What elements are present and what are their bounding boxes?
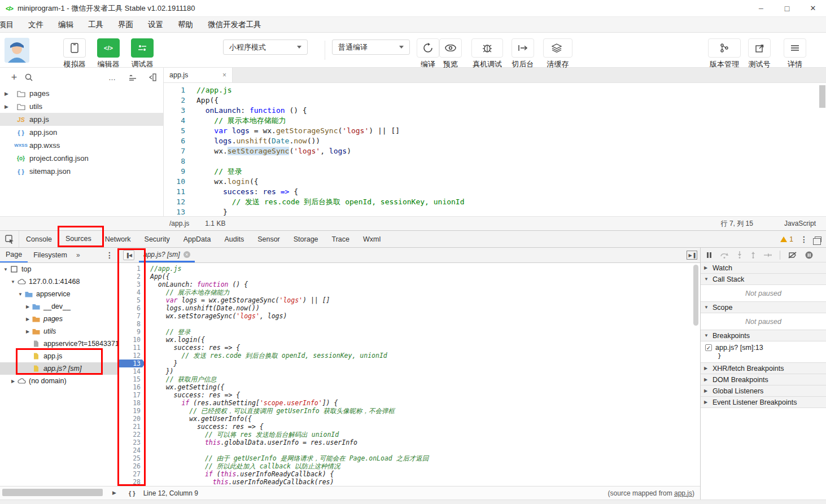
language-mode[interactable]: JavaScript	[784, 220, 816, 227]
line-number[interactable]: 3	[119, 281, 145, 288]
page-tree-item[interactable]: ▶(no domain)	[0, 375, 118, 387]
debugger-toggle[interactable]: 调试器	[131, 38, 154, 69]
more-tabs-icon[interactable]: »	[73, 251, 84, 259]
devtools-tab-console[interactable]: Console	[19, 231, 59, 247]
device-debug-button[interactable]: 真机调试	[471, 38, 503, 69]
step-over-icon[interactable]	[720, 252, 729, 258]
chevron-down-icon[interactable]: ▼	[17, 292, 24, 297]
sort-list-icon[interactable]	[128, 74, 137, 81]
breakpoint-marker[interactable]: 13	[119, 360, 145, 367]
step-into-icon[interactable]	[737, 251, 742, 258]
line-number[interactable]: 25	[119, 454, 145, 462]
section-breakpoints[interactable]: ▼Breakpoints	[701, 330, 826, 341]
navigator-tab-filesystem[interactable]: Filesystem	[28, 248, 73, 262]
line-number[interactable]: 26	[119, 462, 145, 470]
line-number[interactable]: 17	[119, 391, 145, 399]
minimize-button[interactable]	[748, 0, 774, 17]
pretty-print-icon[interactable]	[129, 490, 136, 497]
chevron-right-icon[interactable]: ▶	[24, 304, 31, 309]
compile-mode-select[interactable]: 普通编译	[332, 40, 410, 55]
chevron-right-icon[interactable]: ▶	[24, 317, 31, 322]
page-tree-item[interactable]: ▶pages	[0, 313, 118, 325]
more-actions-icon[interactable]: …	[108, 73, 117, 82]
menu-item-帮助[interactable]: 帮助	[171, 20, 200, 30]
devtools-tab-audits[interactable]: Audits	[217, 231, 251, 247]
navigator-menu-icon[interactable]	[106, 251, 113, 260]
line-number[interactable]: 23	[119, 439, 145, 446]
compile-button[interactable]: 编译	[417, 38, 439, 69]
line-number[interactable]: 15	[119, 375, 145, 383]
editor-code-area[interactable]: 12345678910111213 //app.jsApp({ onLaunch…	[164, 83, 826, 216]
line-number[interactable]: 1	[119, 265, 145, 273]
section-scope[interactable]: ▼Scope	[701, 301, 826, 313]
line-number[interactable]: 11	[119, 344, 145, 352]
switch-background-button[interactable]: 切后台	[512, 38, 534, 69]
test-account-button[interactable]: 测试号	[748, 38, 771, 69]
tree-item-app.js[interactable]: JSapp.js	[0, 113, 163, 126]
line-number[interactable]: 6	[119, 304, 145, 312]
warning-badge[interactable]: 1	[780, 235, 793, 243]
line-number[interactable]: 5	[119, 296, 145, 304]
tree-item-sitemap.json[interactable]: { }sitemap.json	[0, 165, 163, 178]
pause-script-icon[interactable]	[706, 252, 712, 258]
line-number[interactable]: 4	[119, 288, 145, 296]
editor-vertical-scrollbar[interactable]	[819, 85, 825, 108]
page-tree-item[interactable]: app.js	[0, 350, 118, 362]
chevron-right-icon[interactable]: ▶	[10, 379, 16, 384]
source-code-view[interactable]: 1234567891011121314151617181920212223242…	[119, 263, 700, 486]
line-number[interactable]: 10	[119, 336, 145, 344]
simulator-toggle[interactable]: 模拟器	[63, 38, 86, 69]
add-file-icon[interactable]: +	[7, 72, 21, 84]
maximize-button[interactable]	[774, 0, 800, 17]
source-mapped-link[interactable]: app.js	[674, 489, 692, 497]
source-file-tab[interactable]: app.js? [sm]	[139, 248, 195, 262]
navigator-tab-page[interactable]: Page	[0, 248, 28, 262]
step-icon[interactable]	[764, 252, 772, 258]
breakpoint-checkbox[interactable]	[705, 344, 712, 351]
clear-cache-button[interactable]: 清缓存	[543, 38, 572, 69]
section-global-listeners[interactable]: ▶Global Listeners	[701, 385, 826, 397]
devtools-menu-icon[interactable]	[800, 235, 808, 244]
menu-item-文件[interactable]: 文件	[21, 20, 51, 30]
page-tree-item[interactable]: app.js? [sm]	[0, 362, 118, 375]
user-avatar[interactable]	[5, 38, 29, 63]
details-button[interactable]: 详情	[784, 38, 806, 69]
dock-side-icon[interactable]	[815, 236, 821, 242]
menu-item-工具[interactable]: 工具	[81, 20, 111, 30]
menu-item-界面[interactable]: 界面	[111, 20, 141, 30]
line-number[interactable]: 16	[119, 383, 145, 391]
section-xhr-fetch-breakpoints[interactable]: ▶XHR/fetch Breakpoints	[701, 362, 826, 374]
collapse-panel-icon[interactable]	[148, 73, 156, 81]
line-number[interactable]: 21	[119, 423, 145, 431]
page-tree-item[interactable]: ▼127.0.0.1:41468	[0, 275, 118, 288]
devtools-tab-wxml[interactable]: Wxml	[356, 231, 387, 247]
preview-button[interactable]: 预览	[439, 38, 462, 69]
devtools-tab-security[interactable]: Security	[138, 231, 177, 247]
line-number[interactable]: 14	[119, 367, 145, 375]
source-vertical-scrollbar[interactable]	[693, 265, 698, 326]
deactivate-breakpoints-icon[interactable]	[788, 252, 797, 258]
devtools-tab-sensor[interactable]: Sensor	[251, 231, 287, 247]
devtools-tab-network[interactable]: Network	[98, 231, 138, 247]
menu-item-微信开发者工具[interactable]: 微信开发者工具	[200, 20, 269, 30]
devtools-tab-sources[interactable]: Sources	[59, 231, 98, 247]
line-number[interactable]: 12	[119, 352, 145, 360]
step-out-icon[interactable]	[750, 251, 756, 258]
inspect-element-icon[interactable]	[0, 231, 19, 247]
tree-item-app.wxss[interactable]: WXSSapp.wxss	[0, 139, 163, 152]
section-dom-breakpoints[interactable]: ▶DOM Breakpoints	[701, 374, 826, 385]
page-tree-item[interactable]: ▼appservice	[0, 288, 118, 300]
mode-select[interactable]: 小程序模式	[223, 40, 308, 55]
tree-item-utils[interactable]: ▶utils	[0, 100, 163, 113]
line-number[interactable]: 24	[119, 446, 145, 454]
collapse-navigator-icon[interactable]: ▐◀	[123, 250, 134, 260]
page-tree-item[interactable]: ▼top	[0, 263, 118, 275]
page-tree-item[interactable]: ▶__dev__	[0, 300, 118, 313]
devtools-tab-appdata[interactable]: AppData	[177, 231, 218, 247]
tree-item-project.config.json[interactable]: {o}project.config.json	[0, 152, 163, 165]
source-line-numbers[interactable]: 1234567891011121314151617181920212223242…	[119, 265, 146, 486]
show-drawer-icon[interactable]: ▶▐	[687, 251, 697, 260]
menu-item-设置[interactable]: 设置	[141, 20, 171, 30]
version-control-button[interactable]: 版本管理	[708, 38, 741, 69]
line-number[interactable]: 9	[119, 328, 145, 336]
